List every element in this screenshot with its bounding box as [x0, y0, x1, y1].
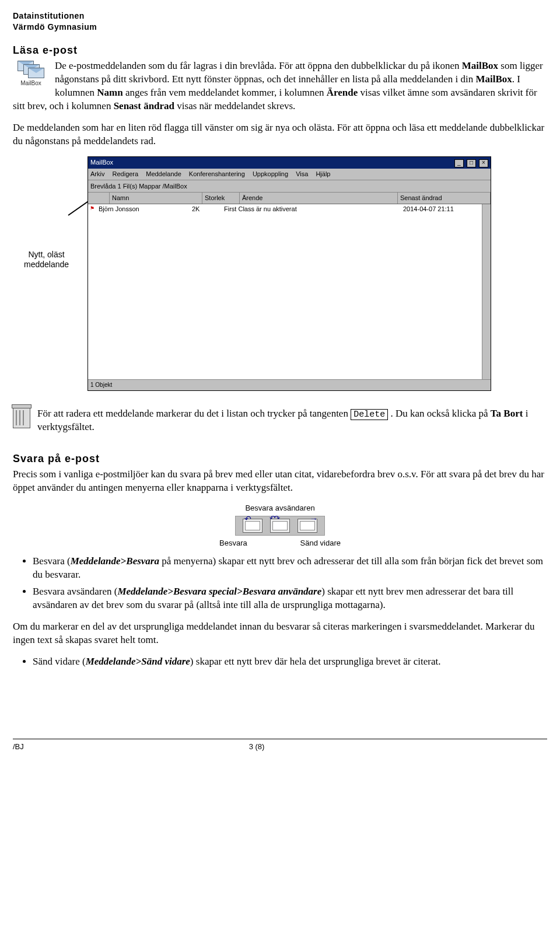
close-icon[interactable]: × [479, 159, 488, 167]
message-list: ⚑ Björn Jonsson 2K First Class är nu akt… [88, 204, 491, 379]
intro-block: MailBox De e-postmeddelanden som du får … [13, 60, 547, 121]
col-size[interactable]: Storlek [202, 193, 240, 204]
menu-arkiv[interactable]: Arkiv [90, 170, 104, 177]
envelope-stack-icon [18, 61, 44, 78]
scrollbar-vertical[interactable] [482, 204, 491, 379]
window-title: MailBox [90, 158, 113, 167]
window-menubar: Arkiv Redigera Meddelande Konferenshante… [88, 169, 491, 180]
mailbox-window-figure: Nytt, oläst meddelande MailBox _ □ × Ark… [13, 156, 547, 396]
window-toolbar: Brevlåda 1 Fil(s) Mappar /MailBox [88, 180, 491, 193]
reply-icon-row [235, 516, 325, 536]
reply-fig-top-label: Besvara avsändaren [210, 503, 350, 513]
menu-redigera[interactable]: Redigera [113, 170, 139, 177]
paragraph-4: Precis som i vanliga e-postmiljöer kan d… [13, 468, 547, 495]
menu-konferens[interactable]: Konferenshantering [189, 170, 245, 177]
minimize-icon[interactable]: _ [454, 159, 464, 167]
bullet-sand-vidare: Sänd vidare (Meddelande>Sänd vidare) ska… [33, 655, 547, 669]
reply-sender-icon[interactable] [270, 519, 290, 533]
reply-bullets-2: Sänd vidare (Meddelande>Sänd vidare) ska… [13, 655, 547, 669]
bullet-besvara-avsandaren: Besvara avsändaren (Meddelande>Besvara s… [33, 585, 547, 612]
column-headers: Namn Storlek Ärende Senast ändrad [88, 193, 491, 204]
header-line2: Värmdö Gymnasium [13, 22, 547, 33]
menu-hjalp[interactable]: Hjälp [316, 170, 330, 177]
row-subject: First Class är nu aktiverat [224, 205, 403, 214]
paragraph-2: De meddelanden som har en liten röd flag… [13, 121, 547, 148]
paragraph-5: Om du markerar en del av det ursprunglig… [13, 620, 547, 647]
forward-icon[interactable] [298, 519, 317, 533]
table-row[interactable]: ⚑ Björn Jonsson 2K First Class är nu akt… [88, 204, 491, 214]
mailbox-icon-label: MailBox [20, 80, 41, 86]
page-header: Datainstitutionen Värmdö Gymnasium [13, 11, 547, 33]
window-titlebar: MailBox _ □ × [88, 157, 491, 169]
delete-key: Delete [351, 409, 388, 420]
section-read-title: Läsa e-post [13, 43, 547, 57]
page-footer: /BJ 3 (8) [13, 739, 547, 752]
reply-bullets-1: Besvara (Meddelande>Besvara på menyerna)… [13, 555, 547, 612]
row-size: 2K [192, 205, 224, 214]
window-control-buttons: _ □ × [453, 158, 488, 167]
menu-uppkoppling[interactable]: Uppkoppling [253, 170, 288, 177]
menu-meddelande[interactable]: Meddelande [146, 170, 181, 177]
footer-author: /BJ [13, 742, 24, 752]
col-date[interactable]: Senast ändrad [398, 193, 491, 204]
paragraph-3: För att radera ett meddelande markerar d… [37, 407, 547, 434]
trash-icon [13, 407, 30, 428]
unread-flag-icon: ⚑ [88, 205, 96, 214]
reply-fig-right-label: Sänd vidare [300, 538, 341, 548]
mailbox-window: MailBox _ □ × Arkiv Redigera Meddelande … [88, 156, 491, 391]
row-name: Björn Jonsson [96, 205, 192, 214]
row-date: 2014-04-07 21:11 [403, 205, 491, 214]
arrow-label: Nytt, oläst meddelande [13, 250, 80, 270]
reply-icons-figure: Besvara avsändaren Besvara Sänd vidare [210, 503, 350, 548]
paragraph-1: De e-postmeddelanden som du får lagras i… [13, 60, 547, 113]
delete-instruction: För att radera ett meddelande markerar d… [13, 407, 547, 442]
section-reply-title: Svara på e-post [13, 452, 547, 466]
reply-fig-left-label: Besvara [219, 538, 247, 548]
reply-icon[interactable] [243, 519, 262, 533]
toolbar-path: Brevlåda 1 Fil(s) Mappar /MailBox [90, 182, 187, 191]
status-bar: 1 Objekt [88, 379, 491, 390]
bullet-besvara: Besvara (Meddelande>Besvara på menyerna)… [33, 555, 547, 582]
header-line1: Datainstitutionen [13, 11, 547, 22]
mailbox-icon: MailBox [13, 61, 49, 88]
col-name[interactable]: Namn [110, 193, 202, 204]
col-subject[interactable]: Ärende [240, 193, 398, 204]
col-flag[interactable] [88, 193, 110, 204]
menu-visa[interactable]: Visa [296, 170, 308, 177]
footer-page: 3 (8) [0, 742, 524, 752]
maximize-icon[interactable]: □ [467, 159, 476, 167]
